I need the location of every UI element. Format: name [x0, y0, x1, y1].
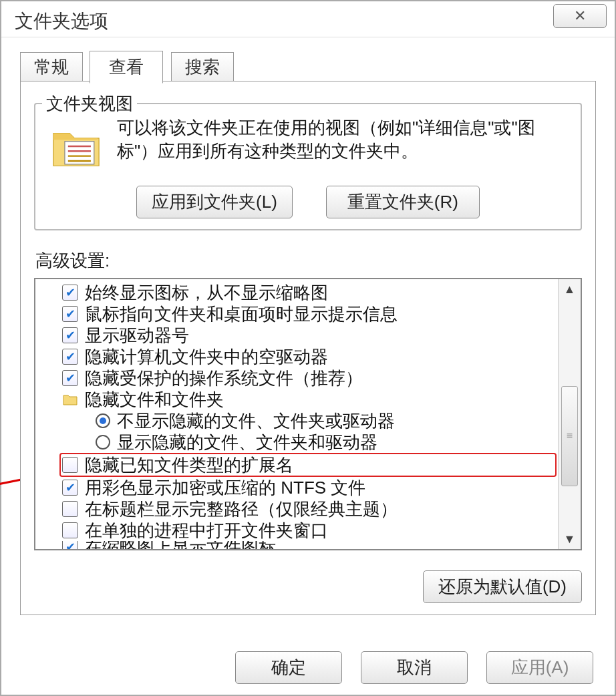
folder-views-description: 可以将该文件夹正在使用的视图（例如"详细信息"或"图标"）应用到所有这种类型的文… [117, 116, 570, 176]
list-item-label: 用彩色显示加密或压缩的 NTFS 文件 [85, 477, 365, 498]
scroll-up-icon[interactable]: ▲ [559, 279, 581, 299]
list-item[interactable]: 在单独的进程中打开文件夹窗口 [62, 520, 554, 541]
list-item-label: 在单独的进程中打开文件夹窗口 [85, 520, 328, 541]
checkbox-icon[interactable] [62, 327, 78, 343]
list-item-label: 显示隐藏的文件、文件夹和驱动器 [117, 431, 377, 453]
list-item-label: 隐藏文件和文件夹 [85, 389, 224, 410]
list-item[interactable]: 显示隐藏的文件、文件夹和驱动器 [62, 431, 554, 453]
advanced-settings-label: 高级设置: [35, 249, 582, 273]
scroll-down-icon[interactable]: ▼ [559, 529, 581, 549]
checkbox-icon[interactable] [62, 457, 78, 473]
list-item[interactable]: 在标题栏显示完整路径（仅限经典主题） [62, 498, 554, 520]
list-item-label: 始终显示图标，从不显示缩略图 [85, 282, 328, 303]
restore-defaults-button[interactable]: 还原为默认值(D) [423, 570, 582, 603]
list-item[interactable]: 鼠标指向文件夹和桌面项时显示提示信息 [62, 303, 554, 325]
checkbox-icon[interactable] [62, 349, 78, 365]
checkbox-icon[interactable] [62, 480, 78, 496]
list-item[interactable]: 隐藏计算机文件夹中的空驱动器 [62, 346, 554, 367]
advanced-settings-list[interactable]: 始终显示图标，从不显示缩略图鼠标指向文件夹和桌面项时显示提示信息显示驱动器号隐藏… [34, 278, 582, 550]
cancel-button[interactable]: 取消 [361, 651, 468, 684]
list-item[interactable]: 始终显示图标，从不显示缩略图 [62, 282, 554, 303]
tab-panel-view: 文件夹视图 可以将该文件夹正在使用的视图（例如"详细信息 [20, 81, 596, 615]
folder-views-icon [46, 116, 106, 176]
list-item-label: 隐藏已知文件类型的扩展名 [85, 454, 293, 476]
close-icon: ✕ [574, 7, 586, 25]
list-item[interactable]: 不显示隐藏的文件、文件夹或驱动器 [62, 410, 554, 431]
dialog-body: 常规 查看 搜索 文件夹视图 [1, 37, 615, 622]
list-item[interactable]: 显示驱动器号 [62, 325, 554, 346]
folder-options-window: 文件夹选项 ✕ 常规 查看 搜索 文件夹视图 [0, 0, 616, 696]
list-item[interactable]: 在缩略图上显示文件图标 [62, 541, 554, 550]
radio-icon[interactable] [96, 435, 110, 450]
list-item[interactable]: 隐藏文件和文件夹 [62, 389, 554, 410]
checkbox-icon[interactable] [62, 522, 78, 538]
tab-general[interactable]: 常规 [20, 52, 83, 82]
list-item-label: 显示驱动器号 [85, 325, 189, 346]
folder-views-group: 文件夹视图 可以将该文件夹正在使用的视图（例如"详细信息 [34, 103, 582, 230]
checkbox-icon[interactable] [62, 306, 78, 322]
tab-view[interactable]: 查看 [90, 51, 163, 83]
reset-folders-button[interactable]: 重置文件夹(R) [326, 186, 480, 218]
list-item-label: 不显示隐藏的文件、文件夹或驱动器 [117, 410, 395, 431]
list-item[interactable]: 用彩色显示加密或压缩的 NTFS 文件 [62, 477, 554, 498]
checkbox-icon[interactable] [62, 285, 78, 301]
list-item-label: 隐藏计算机文件夹中的空驱动器 [85, 346, 328, 367]
list-item[interactable]: 隐藏受保护的操作系统文件（推荐） [62, 367, 554, 389]
close-button[interactable]: ✕ [553, 4, 607, 28]
folder-icon [62, 391, 78, 407]
list-item-label: 在缩略图上显示文件图标 [85, 541, 276, 550]
list-item-label: 在标题栏显示完整路径（仅限经典主题） [85, 498, 398, 520]
tab-strip: 常规 查看 搜索 [20, 51, 596, 81]
window-title: 文件夹选项 [15, 9, 108, 34]
apply-to-folders-button[interactable]: 应用到文件夹(L) [136, 186, 293, 218]
folder-views-legend: 文件夹视图 [42, 92, 137, 116]
titlebar: 文件夹选项 ✕ [1, 1, 615, 37]
scroll-thumb[interactable] [561, 386, 578, 486]
checkbox-icon[interactable] [62, 501, 78, 517]
list-item[interactable]: 隐藏已知文件类型的扩展名 [59, 453, 557, 477]
radio-icon[interactable] [96, 413, 110, 428]
checkbox-icon[interactable] [62, 541, 78, 550]
checkbox-icon[interactable] [62, 370, 78, 386]
scrollbar[interactable]: ▲ ▼ [558, 279, 581, 549]
list-item-label: 鼠标指向文件夹和桌面项时显示提示信息 [85, 303, 398, 325]
tab-search[interactable]: 搜索 [171, 52, 234, 82]
list-item-label: 隐藏受保护的操作系统文件（推荐） [85, 367, 363, 389]
ok-button[interactable]: 确定 [235, 651, 342, 684]
apply-button[interactable]: 应用(A) [486, 651, 593, 684]
dialog-button-row: 确定 取消 应用(A) [235, 651, 593, 684]
